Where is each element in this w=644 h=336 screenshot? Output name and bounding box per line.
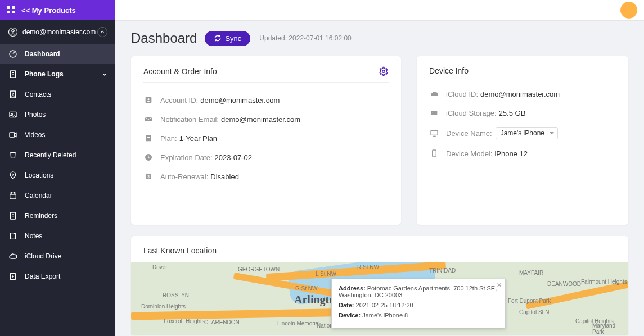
info-label: Device Model: bbox=[446, 149, 492, 158]
popup-value: Jame's iPhone 8 bbox=[362, 312, 408, 319]
map[interactable]: Arlington Washington Dover GEORGETOWN L … bbox=[131, 262, 628, 335]
map-label: R St NW bbox=[357, 264, 379, 270]
user-icon bbox=[8, 27, 18, 37]
popup-label: Device: bbox=[339, 312, 361, 319]
nav-phone-logs[interactable]: Phone Logs bbox=[0, 64, 115, 84]
svg-rect-38 bbox=[433, 150, 436, 157]
svg-text:$: $ bbox=[147, 175, 150, 179]
nav-photos[interactable]: Photos bbox=[0, 105, 115, 125]
svg-rect-30 bbox=[147, 137, 150, 138]
plan-icon bbox=[143, 133, 154, 143]
info-row: $ Auto-Renewal: Disabled bbox=[143, 167, 389, 186]
gear-icon[interactable] bbox=[379, 66, 389, 76]
info-row: iCloud ID: demo@monimaster.com bbox=[429, 84, 616, 103]
info-value: demo@monimaster.com bbox=[480, 90, 560, 98]
nav-data-export[interactable]: Data Export bbox=[0, 266, 115, 287]
account-card: Account & Order Info Account ID: demo@mo… bbox=[131, 56, 401, 225]
info-value: 25.5 GB bbox=[499, 109, 526, 117]
info-label: Account ID: bbox=[160, 96, 198, 105]
nav-notes[interactable]: Notes bbox=[0, 226, 115, 246]
contacts-icon bbox=[8, 89, 18, 99]
nav-label: iCloud Drive bbox=[25, 252, 107, 260]
back-to-products[interactable]: << My Products bbox=[0, 0, 115, 20]
svg-point-15 bbox=[12, 174, 14, 175]
svg-rect-36 bbox=[431, 130, 438, 135]
chevron-down-icon bbox=[102, 71, 107, 77]
topbar bbox=[115, 0, 644, 20]
info-label: Expiration Date: bbox=[160, 153, 213, 162]
nav-label: Notes bbox=[25, 232, 107, 240]
info-row: Expiration Date: 2023-07-02 bbox=[143, 148, 389, 167]
collapse-icon[interactable] bbox=[97, 27, 107, 37]
svg-rect-28 bbox=[145, 117, 152, 121]
svg-point-11 bbox=[12, 93, 14, 94]
nav-reminders[interactable]: Reminders bbox=[0, 206, 115, 226]
storage-icon bbox=[429, 108, 439, 118]
nav-label: Dashboard bbox=[25, 50, 107, 58]
nav-label: Phone Logs bbox=[25, 70, 102, 78]
location-card: Last Known Location Arlington Washington… bbox=[131, 236, 628, 335]
nav-label: Reminders bbox=[25, 212, 107, 220]
nav-label: Contacts bbox=[25, 90, 107, 98]
main: Dashboard Sync Updated: 2022-07-01 16:02… bbox=[115, 0, 644, 336]
info-label: iCloud ID: bbox=[446, 90, 478, 98]
updated-text: Updated: 2022-07-01 16:02:00 bbox=[259, 34, 351, 42]
info-label: Plan: bbox=[160, 134, 177, 143]
svg-rect-14 bbox=[10, 133, 15, 137]
user-row[interactable]: demo@monimaster.com bbox=[0, 20, 115, 44]
svg-rect-3 bbox=[12, 11, 15, 13]
svg-rect-34 bbox=[431, 111, 438, 115]
info-value: iPhone 12 bbox=[494, 149, 528, 158]
map-label: MAYFAIR bbox=[519, 270, 543, 276]
nav-videos[interactable]: Videos bbox=[0, 125, 115, 145]
phone-icon bbox=[429, 148, 439, 158]
nav-contacts[interactable]: Contacts bbox=[0, 84, 115, 105]
info-label: Notification Email: bbox=[160, 115, 219, 124]
map-label: Dominion Heights bbox=[141, 303, 186, 310]
nav-icloud-drive[interactable]: iCloud Drive bbox=[0, 246, 115, 266]
info-value: Disabled bbox=[210, 172, 239, 181]
info-row: Notification Email: demo@monimaster.com bbox=[143, 110, 389, 129]
info-value: 2023-07-02 bbox=[215, 153, 253, 162]
page-head: Dashboard Sync Updated: 2022-07-01 16:02… bbox=[131, 30, 628, 46]
nav-recently-deleted[interactable]: Recently Deleted bbox=[0, 145, 115, 165]
avatar[interactable] bbox=[620, 2, 637, 19]
close-icon[interactable]: ✕ bbox=[497, 281, 502, 289]
nav-calendar[interactable]: Calendar bbox=[0, 185, 115, 206]
info-label: iCloud Storage: bbox=[446, 109, 497, 117]
svg-rect-1 bbox=[12, 6, 15, 9]
grid-icon bbox=[7, 6, 16, 15]
map-label: L St NW bbox=[316, 271, 336, 277]
info-row: iCloud Storage: 25.5 GB bbox=[429, 103, 616, 122]
popup-label: Date: bbox=[339, 302, 354, 308]
popup-value: 2021-02-25 18:12:20 bbox=[356, 302, 413, 308]
card-title: Last Known Location bbox=[143, 246, 616, 255]
notes-icon bbox=[8, 231, 18, 241]
sidebar: << My Products demo@monimaster.com Dashb… bbox=[0, 0, 115, 336]
nav-label: Photos bbox=[25, 111, 107, 119]
info-label: Auto-Renewal: bbox=[160, 172, 208, 181]
map-label: Maryland Park bbox=[592, 323, 628, 335]
map-popup: ✕ Address: Potomac Gardens Apartments, 7… bbox=[331, 279, 506, 328]
clock-icon bbox=[143, 152, 154, 162]
reminders-icon bbox=[8, 211, 18, 221]
sync-button[interactable]: Sync bbox=[205, 31, 250, 46]
nav-dashboard[interactable]: Dashboard bbox=[0, 44, 115, 64]
nav-locations[interactable]: Locations bbox=[0, 165, 115, 185]
map-label: ROSSLYN bbox=[163, 292, 189, 298]
nav-label: Recently Deleted bbox=[25, 151, 107, 159]
calendar-icon bbox=[8, 190, 18, 201]
info-row: Device Model: iPhone 12 bbox=[429, 144, 616, 163]
map-label: Capitol St NE bbox=[519, 309, 553, 315]
nav-label: Calendar bbox=[25, 192, 107, 199]
device-card: Device Info iCloud ID: demo@monimaster.c… bbox=[417, 56, 628, 225]
map-label: Lincoln Memorial bbox=[277, 320, 320, 326]
trash-icon bbox=[8, 150, 18, 160]
page-title: Dashboard bbox=[131, 30, 197, 46]
popup-label: Address: bbox=[339, 285, 366, 292]
map-label: Dover bbox=[152, 264, 168, 270]
info-row: Plan: 1-Year Plan bbox=[143, 129, 389, 148]
device-select[interactable]: Jame's iPhone bbox=[496, 127, 558, 139]
map-label: Fort Dupont Park bbox=[508, 298, 551, 304]
nav-label: Videos bbox=[25, 131, 107, 139]
